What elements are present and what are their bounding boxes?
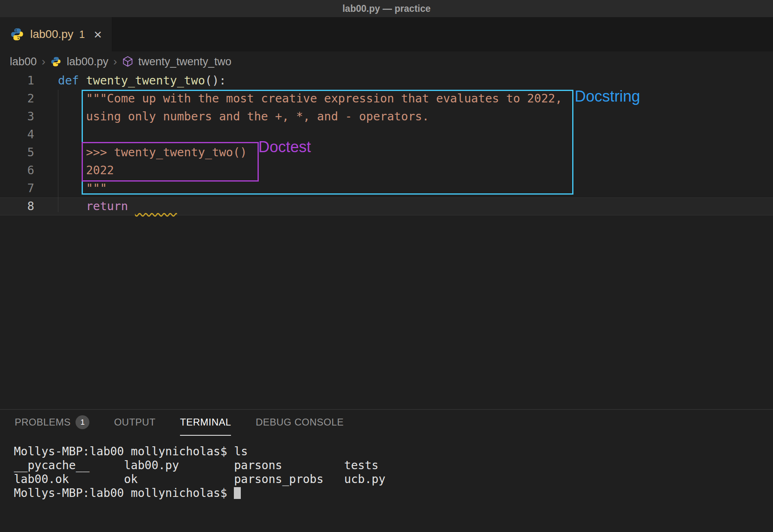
terminal-output[interactable]: Mollys-MBP:lab00 mollynicholas$ ls__pyca… — [0, 436, 773, 500]
bottom-panel: PROBLEMS 1 OUTPUT TERMINAL DEBUG CONSOLE… — [0, 409, 773, 532]
code-line-text: def twenty_twenty_two(): — [34, 72, 226, 90]
editor-tabbar: lab00.py 1 × — [0, 17, 773, 51]
terminal-line: Mollys-MBP:lab00 mollynicholas$ — [14, 486, 773, 500]
code-line-4[interactable]: 4 — [0, 126, 773, 144]
code-line-8[interactable]: 8 return — [0, 197, 773, 215]
code-line-text: return — [34, 198, 177, 215]
line-number: 2 — [0, 90, 34, 108]
code-line-5[interactable]: 5 >>> twenty_twenty_two() — [0, 144, 773, 162]
chevron-right-icon: › — [113, 55, 117, 68]
line-number: 6 — [0, 162, 34, 180]
breadcrumb-symbol[interactable]: twenty_twenty_two — [138, 55, 231, 68]
tab-debug-console[interactable]: DEBUG CONSOLE — [255, 410, 344, 436]
code-line-text: >>> twenty_twenty_two() — [34, 144, 247, 162]
breadcrumb-folder[interactable]: lab00 — [10, 55, 37, 68]
code-line-text: """ — [34, 180, 107, 197]
python-icon — [50, 56, 62, 67]
breadcrumb-file[interactable]: lab00.py — [67, 55, 108, 68]
code-line-text: 2022 — [34, 162, 114, 180]
tab-output[interactable]: OUTPUT — [114, 410, 155, 436]
code-line-text: using only numbers and the +, *, and - o… — [34, 108, 429, 126]
panel-tabbar: PROBLEMS 1 OUTPUT TERMINAL DEBUG CONSOLE — [0, 410, 773, 436]
panel-tab-label: DEBUG CONSOLE — [255, 417, 344, 428]
titlebar: lab00.py — practice — [0, 0, 773, 17]
tab-label: lab00.py — [30, 28, 73, 41]
terminal-line: __pycache__ lab00.py parsons tests — [14, 459, 773, 472]
tab-terminal[interactable]: TERMINAL — [180, 410, 231, 436]
code-line-6[interactable]: 6 2022 — [0, 162, 773, 180]
code-line-7[interactable]: 7 """ — [0, 180, 773, 197]
line-number: 5 — [0, 144, 34, 162]
tab-problems[interactable]: PROBLEMS 1 — [15, 410, 89, 436]
problems-count-badge: 1 — [76, 415, 89, 429]
panel-tab-label: OUTPUT — [114, 417, 155, 428]
line-number: 1 — [0, 72, 34, 90]
panel-tab-label: PROBLEMS — [15, 417, 71, 428]
line-number: 8 — [0, 198, 34, 215]
code-line-1[interactable]: 1def twenty_twenty_two(): — [0, 72, 773, 90]
code-line-2[interactable]: 2 """Come up with the most creative expr… — [0, 90, 773, 108]
tab-lab00py[interactable]: lab00.py 1 × — [0, 17, 112, 51]
line-number: 4 — [0, 126, 34, 144]
code-lines: 1def twenty_twenty_two():2 """Come up wi… — [0, 72, 773, 215]
terminal-line: lab00.ok ok parsons_probs ucb.py — [14, 472, 773, 486]
code-line-text: """Come up with the most creative expres… — [34, 90, 562, 108]
code-line-text — [34, 126, 58, 144]
python-icon — [10, 27, 24, 42]
symbol-cube-icon — [122, 56, 133, 67]
breadcrumb: lab00 › lab00.py › twenty_twenty_two — [0, 51, 773, 72]
terminal-cursor — [234, 487, 241, 499]
close-icon[interactable]: × — [94, 27, 102, 41]
chevron-right-icon: › — [42, 55, 45, 68]
window-title: lab00.py — practice — [342, 3, 431, 14]
vscode-window: lab00.py — practice lab00.py 1 × lab00 ›… — [0, 0, 773, 532]
tab-problem-badge: 1 — [79, 29, 85, 40]
line-number: 7 — [0, 180, 34, 197]
code-editor[interactable]: 1def twenty_twenty_two():2 """Come up wi… — [0, 72, 773, 409]
line-number: 3 — [0, 108, 34, 126]
panel-tab-label: TERMINAL — [180, 417, 231, 428]
code-line-3[interactable]: 3 using only numbers and the +, *, and -… — [0, 108, 773, 126]
terminal-line: Mollys-MBP:lab00 mollynicholas$ ls — [14, 445, 773, 459]
